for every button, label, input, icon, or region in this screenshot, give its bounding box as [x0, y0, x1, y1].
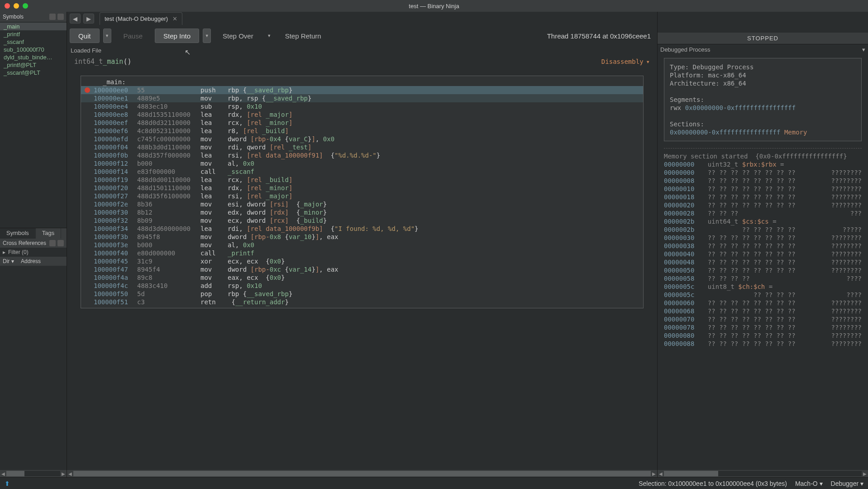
scroll-right-icon[interactable]: ▶: [60, 471, 67, 476]
breakpoint-icon[interactable]: [85, 87, 90, 93]
memory-row[interactable]: 00000070 ?? ?? ?? ?? ?? ?? ?? ?? ???????…: [664, 315, 862, 323]
memory-row[interactable]: 00000038 ?? ?? ?? ?? ?? ?? ?? ?? ???????…: [664, 242, 862, 250]
disasm-row[interactable]: 100000ef64c8d0523110000lear8, [rel _buil…: [81, 127, 643, 135]
file-tab[interactable]: test (Mach-O Debugger) ✕: [100, 12, 182, 25]
disasm-row[interactable]: 100000f04488b3d0d110000movrdi, qword [re…: [81, 143, 643, 151]
memory-row[interactable]: 00000060 ?? ?? ?? ?? ?? ?? ?? ?? ???????…: [664, 299, 862, 307]
disasm-row[interactable]: 100000f308b12movedx, dword [rdx] {_minor…: [81, 208, 643, 216]
disasm-row[interactable]: 100000f40e80d000000call_printf: [81, 249, 643, 257]
disasm-row[interactable]: 100000ee055pushrbp {__saved_rbp}: [81, 86, 643, 94]
xref-icon-1[interactable]: [49, 240, 56, 246]
up-arrow-icon[interactable]: ⬆: [5, 480, 10, 487]
memory-row[interactable]: 00000088 ?? ?? ?? ?? ?? ?? ?? ?? ???????…: [664, 340, 862, 348]
memory-row[interactable]: 00000020 ?? ?? ?? ?? ?? ?? ?? ?? ???????…: [664, 201, 862, 209]
memory-view[interactable]: Memory section started {0x0-0xffffffffff…: [658, 149, 868, 470]
symbols-list[interactable]: _main_printf_sscanfsub_100000f70dyld_stu…: [0, 22, 67, 228]
symbol-item[interactable]: _printf: [0, 30, 67, 38]
step-into-dropdown[interactable]: ▼: [203, 29, 211, 43]
memory-row[interactable]: 00000058 ?? ?? ?? ?? ????: [664, 274, 862, 283]
disasm-row[interactable]: 100000f51c3retn {__return_addr}: [81, 298, 643, 306]
symbol-item[interactable]: sub_100000f70: [0, 46, 67, 53]
disasm-row[interactable]: 100000f3b8945f8movdword [rbp-0x8 {var_10…: [81, 233, 643, 241]
left-scrollbar[interactable]: ◀ ▶: [0, 470, 67, 477]
disasm-row[interactable]: 100000f12b000moval, 0x0: [81, 159, 643, 168]
symbol-item[interactable]: _main: [0, 23, 67, 30]
memory-row[interactable]: 00000048 ?? ?? ?? ?? ?? ?? ?? ?? ???????…: [664, 258, 862, 266]
symbol-item[interactable]: _sscanf@PLT: [0, 69, 67, 77]
section-row[interactable]: 0x00000000-0xffffffffffffffff Memory: [670, 128, 856, 136]
filter-row[interactable]: ▸ Filter (0): [0, 248, 67, 257]
step-over-dropdown[interactable]: ▼: [265, 29, 273, 43]
forward-button[interactable]: ▶: [83, 14, 94, 24]
memory-row[interactable]: 00000000 ?? ?? ?? ?? ?? ?? ?? ?? ???????…: [664, 168, 862, 177]
center-scrollbar[interactable]: ◀ ▶: [67, 470, 657, 477]
scroll-left-icon[interactable]: ◀: [67, 471, 73, 476]
step-over-button[interactable]: Step Over: [215, 29, 262, 43]
step-into-button[interactable]: Step Into: [155, 29, 199, 43]
quit-dropdown[interactable]: ▼: [103, 29, 111, 43]
scroll-left-icon[interactable]: ◀: [0, 471, 6, 476]
tab-tags[interactable]: Tags: [36, 228, 61, 239]
disasm-row[interactable]: 100000f505dpoprbp {__saved_rbp}: [81, 290, 643, 298]
tab-symbols[interactable]: Symbols: [0, 228, 36, 239]
scroll-right-icon[interactable]: ▶: [651, 471, 657, 476]
disasm-row[interactable]: 100000efdc745fc00000000movdword [rbp-0x4…: [81, 135, 643, 143]
memory-row[interactable]: 00000078 ?? ?? ?? ?? ?? ?? ?? ?? ???????…: [664, 323, 862, 331]
memory-row[interactable]: 0000002b ?? ?? ?? ?? ?? ?????: [664, 225, 862, 234]
disasm-row[interactable]: 100000f3eb000moval, 0x0: [81, 241, 643, 249]
memory-row[interactable]: 0000005c ?? ?? ?? ?? ????: [664, 291, 862, 299]
disasm-row[interactable]: 100000f4a89c8moveax, ecx {0x0}: [81, 273, 643, 282]
memory-row[interactable]: 00000008 ?? ?? ?? ?? ?? ?? ?? ?? ???????…: [664, 177, 862, 185]
disasm-row[interactable]: 100000f14e83f000000call_sscanf: [81, 168, 643, 176]
step-return-button[interactable]: Step Return: [277, 29, 329, 43]
right-scrollbar[interactable]: ◀ ▶: [658, 470, 868, 477]
disasm-row[interactable]: 100000ee14889e5movrbp, rsp {__saved_rbp}: [81, 94, 643, 102]
disasm-row[interactable]: 100000f20488d1501110000leardx, [rel _min…: [81, 184, 643, 192]
scroll-right-icon[interactable]: ▶: [862, 471, 868, 476]
xref-icon-2[interactable]: [57, 240, 64, 246]
disasm-row[interactable]: 100000f4531c9xorecx, ecx {0x0}: [81, 257, 643, 265]
disasm-row[interactable]: 100000ee8488d1535110000leardx, [rel _maj…: [81, 110, 643, 119]
memory-row[interactable]: 00000010 ?? ?? ?? ?? ?? ?? ?? ?? ???????…: [664, 185, 862, 193]
disasm-row[interactable]: 100000f0b488d357f000000learsi, [rel data…: [81, 151, 643, 159]
chevron-down-icon[interactable]: ▾: [862, 46, 865, 53]
maximize-icon[interactable]: [23, 3, 28, 9]
close-icon[interactable]: [5, 3, 10, 9]
panel-icon-1[interactable]: [49, 14, 56, 20]
disasm-row[interactable]: 100000f19488d0d00110000learcx, [rel _bui…: [81, 176, 643, 184]
disasm-row[interactable]: 100000f27488d35f6100000learsi, [rel _maj…: [81, 192, 643, 200]
panel-icon-2[interactable]: [57, 14, 64, 20]
disassembly-area[interactable]: _main:100000ee055pushrbp {__saved_rbp}10…: [67, 68, 657, 470]
segment-row[interactable]: rwx 0x00000000-0xffffffffffffffff: [670, 104, 856, 112]
disasm-row[interactable]: 100000ee44883ec10subrsp, 0x10: [81, 102, 643, 110]
scroll-left-icon[interactable]: ◀: [658, 471, 664, 476]
disasm-row[interactable]: 100000f478945f4movdword [rbp-0xc {var_14…: [81, 265, 643, 273]
memory-row[interactable]: 0000002b uint64_t $cs:$cs =: [664, 217, 862, 225]
disasm-row[interactable]: 100000f2e8b36movesi, dword [rsi] {_major…: [81, 200, 643, 208]
symbol-item[interactable]: dyld_stub_binde…: [0, 53, 67, 61]
memory-row[interactable]: 00000030 ?? ?? ?? ?? ?? ?? ?? ?? ???????…: [664, 234, 862, 242]
disasm-row[interactable]: 100000eef488d0d32110000learcx, [rel _min…: [81, 119, 643, 127]
memory-row[interactable]: 00000000 uint32_t $rbx:$rbx =: [664, 160, 862, 168]
debugger-selector[interactable]: Debugger ▾: [831, 480, 863, 487]
symbol-item[interactable]: _printf@PLT: [0, 61, 67, 69]
quit-button[interactable]: Quit: [70, 29, 100, 43]
memory-row[interactable]: 00000040 ?? ?? ?? ?? ?? ?? ?? ?? ???????…: [664, 250, 862, 258]
address-column[interactable]: Address: [21, 258, 41, 264]
dir-column[interactable]: Dir ▾: [3, 258, 21, 264]
memory-row[interactable]: 00000050 ?? ?? ?? ?? ?? ?? ?? ?? ???????…: [664, 266, 862, 274]
format-selector[interactable]: Mach-O ▾: [795, 480, 823, 487]
memory-row[interactable]: 00000028 ?? ?? ?? ???: [664, 209, 862, 217]
memory-row[interactable]: 00000018 ?? ?? ?? ?? ?? ?? ?? ?? ???????…: [664, 193, 862, 201]
memory-row[interactable]: 0000005c uint8_t $ch:$ch =: [664, 283, 862, 291]
close-tab-icon[interactable]: ✕: [172, 15, 177, 22]
disasm-row[interactable]: 100000f328b09movecx, dword [rcx] {_build…: [81, 216, 643, 225]
memory-row[interactable]: 00000068 ?? ?? ?? ?? ?? ?? ?? ?? ???????…: [664, 307, 862, 315]
memory-row[interactable]: 00000080 ?? ?? ?? ?? ?? ?? ?? ?? ???????…: [664, 331, 862, 340]
disasm-row[interactable]: 100000f4c4883c410addrsp, 0x10: [81, 282, 643, 290]
disasm-row[interactable]: 100000f34488d3d60000000leardi, [rel data…: [81, 225, 643, 233]
symbol-item[interactable]: _sscanf: [0, 38, 67, 46]
view-selector[interactable]: Disassembly ▾: [601, 58, 650, 65]
back-button[interactable]: ◀: [70, 14, 81, 24]
minimize-icon[interactable]: [14, 3, 19, 9]
